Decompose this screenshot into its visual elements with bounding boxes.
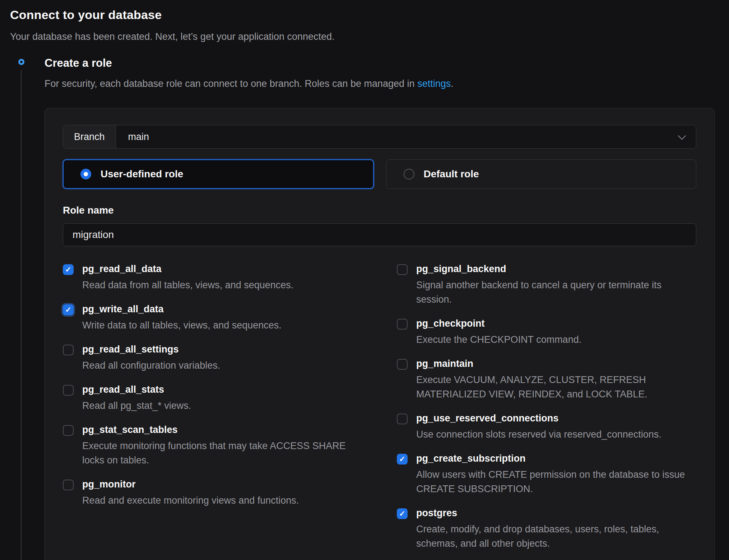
branch-select[interactable]: Branch main [63,125,696,149]
privilege-description: Execute VACUUM, ANALYZE, CLUSTER, REFRES… [416,373,696,401]
privilege-texts: pg_checkpoint Execute the CHECKPOINT com… [416,318,581,347]
privilege-item: ✓ pg_read_all_settings Read all configur… [63,344,362,373]
privilege-name: pg_create_subscription [416,453,696,464]
privilege-description: Read all pg_stat_* views. [82,398,191,413]
privilege-texts: pg_create_subscription Allow users with … [416,453,696,496]
privilege-item: ✓ pg_create_subscription Allow users wit… [397,453,696,496]
checkbox-pg_maintain[interactable]: ✓ [397,359,408,370]
privilege-texts: pg_maintain Execute VACUUM, ANALYZE, CLU… [416,358,696,401]
privileges-left-column: ✓ pg_read_all_data Read data from all ta… [63,263,362,551]
branch-select-label: Branch [63,125,116,148]
privilege-description: Allow users with CREATE permission on th… [416,467,696,496]
checkbox-pg_checkpoint[interactable]: ✓ [397,319,408,330]
privilege-name: postgres [416,508,696,519]
step-description-text: For security, each database role can con… [45,78,417,89]
checkbox-postgres[interactable]: ✓ [397,508,408,519]
privilege-name: pg_maintain [416,358,696,369]
checkbox-pg_write_all_data[interactable]: ✓ [63,304,74,315]
privilege-description: Use connection slots reserved via reserv… [416,427,661,442]
step-circle-icon [18,59,24,65]
privilege-description: Execute monitoring functions that may ta… [82,439,362,467]
role-name-label: Role name [63,205,696,216]
privilege-description: Read and execute monitoring views and fu… [82,493,299,508]
role-name-input[interactable] [63,223,696,246]
privilege-description: Read all configuration variables. [82,358,220,373]
radio-label: User-defined role [101,168,183,180]
privilege-description: Signal another backend to cancel a query… [416,278,696,307]
privilege-texts: pg_signal_backend Signal another backend… [416,263,696,307]
step-description-period: . [451,78,454,89]
privilege-description: Create, modify, and drop databases, user… [416,522,696,551]
privilege-texts: pg_monitor Read and execute monitoring v… [82,479,299,508]
privilege-item: ✓ pg_stat_scan_tables Execute monitoring… [63,424,362,467]
privilege-name: pg_signal_backend [416,263,696,275]
privilege-description: Execute the CHECKPOINT command. [416,332,581,347]
privilege-name: pg_checkpoint [416,318,581,329]
page-subtitle: Your database has been created. Next, le… [10,31,715,42]
privilege-item: ✓ pg_maintain Execute VACUUM, ANALYZE, C… [397,358,696,401]
create-role-step: Create a role For security, each databas… [10,57,715,560]
privilege-name: pg_use_reserved_connections [416,413,661,424]
privilege-texts: pg_read_all_stats Read all pg_stat_* vie… [82,384,191,413]
privileges-right-column: ✓ pg_signal_backend Signal another backe… [397,263,696,551]
checkbox-pg_use_reserved_connections[interactable]: ✓ [397,414,408,424]
privilege-item: ✓ pg_use_reserved_connections Use connec… [397,413,696,442]
privilege-item: ✓ pg_read_all_stats Read all pg_stat_* v… [63,384,362,413]
step-heading: Create a role [45,57,715,70]
privilege-name: pg_read_all_data [82,263,293,275]
privilege-name: pg_write_all_data [82,304,282,315]
privilege-texts: postgres Create, modify, and drop databa… [416,508,696,551]
page-title: Connect to your database [10,8,715,22]
stepper-line [21,70,22,560]
radio-option-user-defined-role[interactable]: User-defined role [63,159,374,189]
stepper [10,57,32,560]
radio-option-default-role[interactable]: Default role [386,159,697,189]
privilege-item: ✓ postgres Create, modify, and drop data… [397,508,696,551]
step-description: For security, each database role can con… [45,78,715,89]
privilege-item: ✓ pg_read_all_data Read data from all ta… [63,263,362,292]
role-type-radio-group: User-defined role Default role [63,159,696,189]
step-content: Create a role For security, each databas… [45,57,715,560]
privilege-item: ✓ pg_signal_backend Signal another backe… [397,263,696,307]
settings-link[interactable]: settings [417,78,451,89]
privilege-description: Read data from all tables, views, and se… [82,278,293,292]
checkbox-pg_monitor[interactable]: ✓ [63,480,74,490]
privilege-item: ✓ pg_monitor Read and execute monitoring… [63,479,362,508]
radio-icon [80,169,91,179]
connect-database-page: Connect to your database Your database h… [0,0,729,560]
branch-selected-value: main [116,125,678,148]
checkbox-pg_create_subscription[interactable]: ✓ [397,454,408,465]
privilege-name: pg_read_all_settings [82,344,220,355]
checkbox-pg_signal_backend[interactable]: ✓ [397,264,408,275]
privilege-item: ✓ pg_write_all_data Write data to all ta… [63,304,362,332]
checkbox-pg_read_all_stats[interactable]: ✓ [63,385,74,396]
checkbox-pg_read_all_data[interactable]: ✓ [63,264,74,275]
checkbox-pg_stat_scan_tables[interactable]: ✓ [63,425,74,436]
privileges-grid: ✓ pg_read_all_data Read data from all ta… [63,263,696,551]
privilege-texts: pg_read_all_settings Read all configurat… [82,344,220,373]
privilege-description: Write data to all tables, views, and seq… [82,318,282,332]
privilege-name: pg_read_all_stats [82,384,191,395]
radio-icon [404,169,414,179]
chevron-down-icon [678,132,686,140]
checkbox-pg_read_all_settings[interactable]: ✓ [63,345,74,355]
create-role-card: Branch main User-defined role Default ro… [45,108,715,560]
radio-label: Default role [424,168,479,180]
privilege-name: pg_stat_scan_tables [82,424,362,435]
privilege-texts: pg_stat_scan_tables Execute monitoring f… [82,424,362,467]
privilege-texts: pg_write_all_data Write data to all tabl… [82,304,282,332]
privilege-texts: pg_use_reserved_connections Use connecti… [416,413,661,442]
privilege-texts: pg_read_all_data Read data from all tabl… [82,263,293,292]
privilege-name: pg_monitor [82,479,299,490]
privilege-item: ✓ pg_checkpoint Execute the CHECKPOINT c… [397,318,696,347]
